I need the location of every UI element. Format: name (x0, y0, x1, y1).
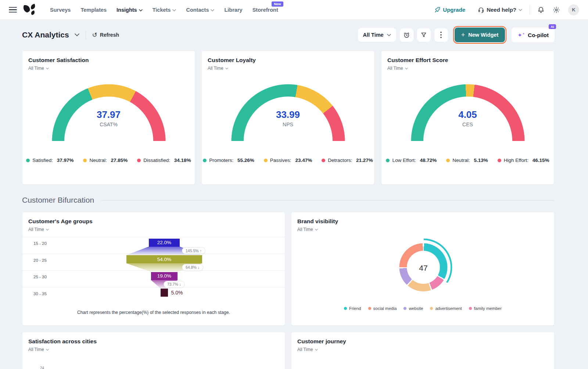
legend-value: 55.26% (237, 158, 254, 163)
time-filter-dropdown[interactable]: All Time (358, 28, 396, 42)
user-avatar[interactable]: K (568, 4, 579, 15)
stage-label: 30 - 35 (22, 287, 285, 296)
card-time-filter[interactable]: All Time (297, 347, 318, 352)
legend-dot (137, 159, 141, 162)
transition-badge: 64.8% ↓ (182, 264, 203, 271)
hamburger-menu-icon[interactable] (9, 7, 17, 12)
legend-dot (83, 159, 87, 162)
new-widget-button[interactable]: + New Widget (455, 28, 505, 42)
card-header: Satisfaction across cities All Time (22, 332, 285, 352)
gauge-center: 4.05 CES (381, 109, 554, 127)
legend-dot (386, 159, 390, 162)
customer-loyalty-card: Customer Loyalty All Time 33.99 NPS Prom… (201, 51, 374, 185)
legend-item: High Effort46.15% (498, 158, 549, 163)
legend-label: social media (373, 306, 397, 311)
page-header-controls: All Time + New Widget (358, 28, 555, 42)
more-options-button[interactable] (434, 28, 448, 42)
upgrade-button[interactable]: Upgrade (434, 7, 465, 13)
nav-item-surveys[interactable]: Surveys (50, 7, 71, 13)
filter-button[interactable] (417, 28, 431, 42)
legend-item: family member (469, 306, 502, 311)
legend-label: Low Effort (392, 158, 417, 163)
nav-item-storefront[interactable]: Storefront New (252, 7, 278, 13)
legend-label: High Effort (504, 158, 530, 163)
primary-nav: Surveys Templates Insights Tickets Conta… (50, 7, 278, 13)
leaf-logo-icon (22, 3, 37, 17)
nav-label: Surveys (50, 7, 71, 13)
csat-value: 37.97 (22, 109, 195, 120)
legend-label: Friend (349, 306, 361, 311)
card-time-value: All Time (387, 66, 403, 71)
card-time-filter[interactable]: All Time (28, 347, 49, 352)
partial-axis-label: 24 (40, 366, 44, 369)
refresh-icon: ↺ (92, 32, 97, 38)
card-time-filter[interactable]: All Time (28, 66, 49, 71)
chevron-down-icon (225, 68, 228, 69)
copilot-button[interactable]: ✦✦ Co-pilot AI (512, 28, 555, 42)
avatar-initial: K (572, 7, 575, 12)
legend-value: 27.85% (111, 158, 128, 163)
age-groups-funnel-card: Customer's Age groups All Time 15 - 20 2… (22, 212, 285, 326)
bar-value: 5.0% (171, 290, 183, 296)
brand-visibility-card: Brand visibility All Time 47 Friend soci… (291, 212, 555, 326)
card-title: Customer Satisfaction (28, 57, 189, 64)
need-help-label: Need help? (487, 7, 516, 13)
card-time-filter[interactable]: All Time (297, 227, 318, 232)
legend-value: 34.18% (174, 158, 191, 163)
customer-satisfaction-card: Customer Satisfaction All Time 37.97 CSA… (22, 51, 195, 185)
bar-value: 19.0% (157, 273, 171, 279)
card-header: Customer Effort Score All Time (381, 51, 554, 71)
card-time-value: All Time (297, 227, 313, 232)
refresh-button[interactable]: ↺ Refresh (92, 32, 119, 38)
legend-label: Detractors (328, 158, 354, 163)
section-title: Customer Bifurcation (22, 196, 94, 205)
csat-label: CSAT% (22, 122, 195, 127)
need-help-menu[interactable]: Need help? (478, 7, 522, 13)
new-badge: New (272, 1, 283, 7)
chevron-down-icon (46, 229, 49, 231)
nav-item-tickets[interactable]: Tickets (153, 7, 176, 13)
nav-item-templates[interactable]: Templates (80, 7, 107, 13)
funnel-bar-25-30[interactable]: 19.0% (151, 272, 178, 280)
dashboard-switcher-chevron[interactable] (75, 33, 79, 36)
brand-leaf-logo[interactable] (22, 3, 37, 17)
nps-value: 33.99 (202, 109, 374, 120)
satisfaction-across-cities-card: Satisfaction across cities All Time 24 (22, 332, 285, 369)
card-time-filter[interactable]: All Time (387, 66, 408, 71)
customer-effort-score-card: Customer Effort Score All Time 4.05 CES … (381, 51, 554, 185)
legend-dot (430, 307, 433, 310)
nav-label: Insights (116, 7, 137, 13)
nav-item-insights[interactable]: Insights (116, 7, 143, 13)
legend-label: Neutral (452, 158, 471, 163)
funnel-bar-15-20[interactable]: 22.0% (149, 239, 180, 247)
legend-item: Neutral27.85% (83, 158, 128, 163)
legend-label: Neutral (89, 158, 108, 163)
nav-item-contacts[interactable]: Contacts (186, 7, 214, 13)
legend-item: social media (368, 306, 397, 311)
header-divider (86, 30, 86, 39)
legend-value: 23.47% (295, 158, 312, 163)
card-time-filter[interactable]: All Time (208, 66, 228, 71)
legend-dot (322, 159, 325, 162)
donut-center-value: 47 (399, 264, 448, 272)
nav-item-library[interactable]: Library (224, 7, 242, 13)
notifications-bell-button[interactable] (537, 6, 545, 14)
card-title: Brand visibility (297, 218, 548, 225)
headset-icon (478, 7, 484, 13)
legend-label: Promoters (209, 158, 235, 163)
ces-value: 4.05 (381, 109, 554, 120)
legend-value: 5.13% (474, 158, 488, 163)
schedule-report-button[interactable] (400, 28, 413, 42)
legend-dot (26, 159, 30, 162)
page-header-left: CX Analytics ↺ Refresh (22, 30, 119, 39)
nav-label: Library (224, 7, 242, 13)
topbar-divider (530, 5, 530, 15)
card-time-filter[interactable]: All Time (28, 227, 49, 232)
funnel-bar-20-25[interactable]: 54.0% (126, 255, 202, 263)
settings-gear-button[interactable] (553, 6, 560, 14)
funnel-bar-30-35[interactable]: 5.0% (161, 289, 168, 297)
sparkle-icon: ✦✦ (517, 32, 525, 38)
chevron-down-icon (211, 9, 214, 11)
nav-label: Templates (80, 7, 107, 13)
bar-value: 54.0% (157, 257, 171, 262)
